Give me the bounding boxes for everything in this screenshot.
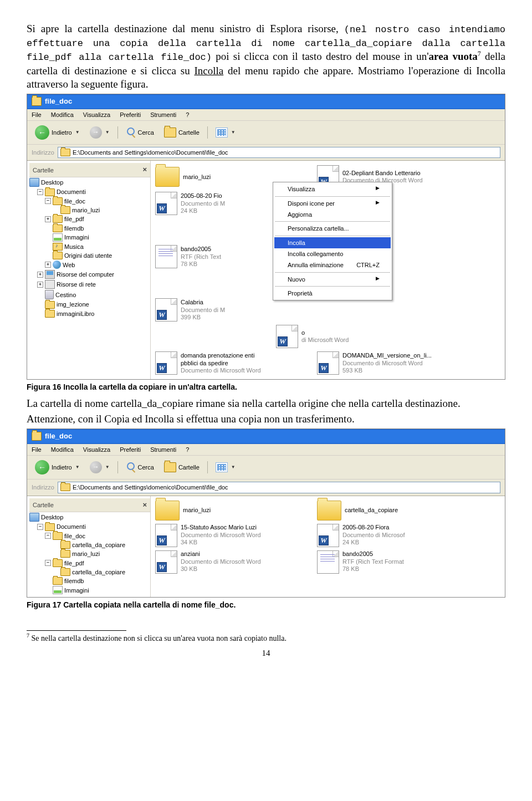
ctx-personalizza[interactable]: Personalizza cartella... bbox=[274, 223, 391, 234]
tree-risorse-pc[interactable]: +Risorse del computer bbox=[29, 269, 150, 279]
tree-origini[interactable]: Origini dati utente bbox=[29, 251, 150, 260]
list-item[interactable]: bando2005RTF (Rich Text Format78 KB bbox=[316, 549, 473, 575]
tree-filemdb[interactable]: filemdb bbox=[29, 224, 150, 233]
toolbar: ←Indietro▼ →▼ Cerca Cartelle ▼ bbox=[27, 121, 505, 145]
forward-button[interactable]: →▼ bbox=[86, 460, 113, 475]
list-item[interactable]: Wodi Microsoft Word bbox=[154, 324, 432, 349]
menu-preferiti[interactable]: Preferiti bbox=[120, 446, 141, 453]
menu-file[interactable]: File bbox=[32, 111, 42, 118]
views-icon bbox=[216, 462, 228, 472]
context-menu: Visualizza▶ Disponi icone per▶ Aggiorna … bbox=[273, 182, 392, 300]
address-input[interactable]: E:\Documents and Settings\domenico\Docum… bbox=[58, 482, 500, 493]
tree-img-lezione[interactable]: img_lezione bbox=[29, 300, 150, 309]
menu-strumenti[interactable]: Strumenti bbox=[150, 111, 176, 118]
folder-icon bbox=[317, 501, 341, 521]
menu-help[interactable]: ? bbox=[186, 111, 189, 118]
tree-file-pdf[interactable]: −file_pdf bbox=[29, 559, 150, 568]
list-item[interactable]: W15-Statuto Assoc Mario LuziDocumento di… bbox=[154, 523, 311, 548]
search-button[interactable]: Cerca bbox=[122, 461, 157, 474]
address-label: Indirizzo bbox=[32, 483, 54, 491]
ctx-annulla[interactable]: Annulla eliminazioneCTRL+Z bbox=[274, 259, 391, 271]
tree-mario-luzi[interactable]: mario_luzi bbox=[29, 549, 150, 558]
footnote-7: 7 Se nella cartella destinazione non si … bbox=[27, 632, 505, 644]
figure-caption-17: Figura 17 Cartella copiata nella cartell… bbox=[27, 600, 505, 610]
ctx-incolla[interactable]: Incolla bbox=[274, 237, 391, 248]
menu-visualizza[interactable]: Visualizza bbox=[83, 446, 110, 453]
folders-button[interactable]: Cartelle bbox=[161, 461, 203, 474]
list-item[interactable]: W2005-08-20 FioraDocumento di Microsof24… bbox=[316, 523, 473, 548]
titlebar: file_doc bbox=[27, 94, 505, 109]
menu-modifica[interactable]: Modifica bbox=[51, 111, 74, 118]
list-item[interactable]: cartella_da_copiare bbox=[316, 499, 473, 522]
tree-file-doc[interactable]: −file_doc bbox=[29, 197, 150, 206]
word-doc-icon: W bbox=[155, 298, 177, 322]
list-item[interactable]: WanzianiDocumento di Microsoft Word30 KB bbox=[154, 549, 311, 575]
tree-cartella-da-copiare[interactable]: cartella_da_copiare bbox=[29, 540, 150, 549]
tree-desktop[interactable]: Desktop bbox=[29, 177, 150, 187]
tree-mario-luzi[interactable]: mario_luzi bbox=[29, 206, 150, 215]
back-button[interactable]: ←Indietro▼ bbox=[32, 124, 83, 141]
word-doc-icon: W bbox=[155, 524, 177, 547]
music-icon bbox=[53, 243, 63, 251]
window-title: file_doc bbox=[45, 432, 72, 441]
folder-icon bbox=[32, 97, 42, 106]
folders-pane-header: Cartelle× bbox=[29, 498, 150, 513]
menu-help[interactable]: ? bbox=[186, 446, 189, 453]
rtf-doc-icon bbox=[155, 245, 177, 268]
ctx-visualizza[interactable]: Visualizza▶ bbox=[274, 183, 391, 195]
folder-icon bbox=[60, 149, 70, 156]
ctx-disponi[interactable]: Disponi icone per▶ bbox=[274, 198, 391, 209]
rtf-doc-icon bbox=[317, 550, 339, 574]
tree-immagini[interactable]: Immagini bbox=[29, 585, 150, 595]
tree-immaginilibro[interactable]: immaginiLibro bbox=[29, 309, 150, 318]
tree-filemdb[interactable]: filemdb bbox=[29, 576, 150, 585]
list-item[interactable]: mario_luzi bbox=[154, 499, 311, 522]
ctx-proprieta[interactable]: Proprietà bbox=[274, 288, 391, 299]
search-button[interactable]: Cerca bbox=[122, 126, 157, 139]
explorer-window-1: file_doc File Modifica Visualizza Prefer… bbox=[27, 94, 505, 380]
ctx-aggiorna[interactable]: Aggiorna bbox=[274, 209, 391, 220]
folder-icon bbox=[155, 167, 180, 187]
tree-cartella-da-copiare-2[interactable]: cartella_da_copiare bbox=[29, 568, 150, 576]
menu-file[interactable]: File bbox=[32, 446, 42, 453]
file-list[interactable]: mario_luzi cartella_da_copiare W15-Statu… bbox=[151, 496, 505, 598]
address-input[interactable]: E:\Documents and Settings\domenico\Docum… bbox=[58, 147, 500, 158]
views-icon bbox=[216, 127, 228, 137]
folders-button[interactable]: Cartelle bbox=[161, 126, 203, 139]
menu-modifica[interactable]: Modifica bbox=[51, 446, 74, 453]
ctx-nuovo[interactable]: Nuovo▶ bbox=[274, 274, 391, 285]
addressbar: Indirizzo E:\Documents and Settings\dome… bbox=[27, 145, 505, 161]
back-button[interactable]: ←Indietro▼ bbox=[32, 458, 83, 476]
tree-desktop[interactable]: Desktop bbox=[29, 512, 150, 522]
menu-visualizza[interactable]: Visualizza bbox=[83, 111, 110, 118]
list-item[interactable]: WCalabriaDocumento di M399 KB bbox=[154, 297, 311, 323]
folders-icon bbox=[164, 127, 176, 137]
tree-web[interactable]: +Web bbox=[29, 260, 150, 269]
word-doc-icon: W bbox=[155, 192, 177, 215]
tree-documenti[interactable]: −Documenti bbox=[29, 187, 150, 196]
desktop-icon bbox=[29, 513, 39, 522]
menu-strumenti[interactable]: Strumenti bbox=[150, 446, 176, 453]
tree-risorse-rete[interactable]: +Risorse di rete bbox=[29, 279, 150, 289]
page-number: 14 bbox=[27, 648, 505, 659]
list-item[interactable]: WDOMANDA_MI_versione_on_li...Documento d… bbox=[316, 350, 473, 376]
tree-immagini[interactable]: Immagini bbox=[29, 233, 150, 242]
tree-file-doc[interactable]: −file_doc bbox=[29, 532, 150, 540]
tree-file-pdf[interactable]: +file_pdf bbox=[29, 215, 150, 223]
list-item[interactable]: Wdomanda prenotazione entipbblici da spe… bbox=[154, 350, 311, 376]
explorer-window-2: file_doc File Modifica Visualizza Prefer… bbox=[27, 428, 505, 598]
close-icon[interactable]: × bbox=[142, 501, 147, 510]
file-list[interactable]: mario_luzi W02-Depliant Bando Letterario… bbox=[151, 161, 505, 379]
tree-documenti[interactable]: −Documenti bbox=[29, 522, 150, 531]
tree-musica[interactable]: Musica bbox=[29, 242, 150, 251]
tree-cestino[interactable]: Cestino bbox=[29, 289, 150, 300]
close-icon[interactable]: × bbox=[142, 165, 147, 175]
ctx-incolla-collegamento[interactable]: Incolla collegamento bbox=[274, 248, 391, 259]
views-button[interactable]: ▼ bbox=[212, 126, 239, 139]
figure-caption-16: Figura 16 Incolla la cartella da copiare… bbox=[27, 382, 505, 392]
desktop-icon bbox=[29, 178, 39, 187]
folder-icon bbox=[155, 501, 180, 521]
views-button[interactable]: ▼ bbox=[212, 461, 239, 474]
menu-preferiti[interactable]: Preferiti bbox=[120, 111, 141, 118]
forward-button[interactable]: →▼ bbox=[86, 125, 113, 140]
